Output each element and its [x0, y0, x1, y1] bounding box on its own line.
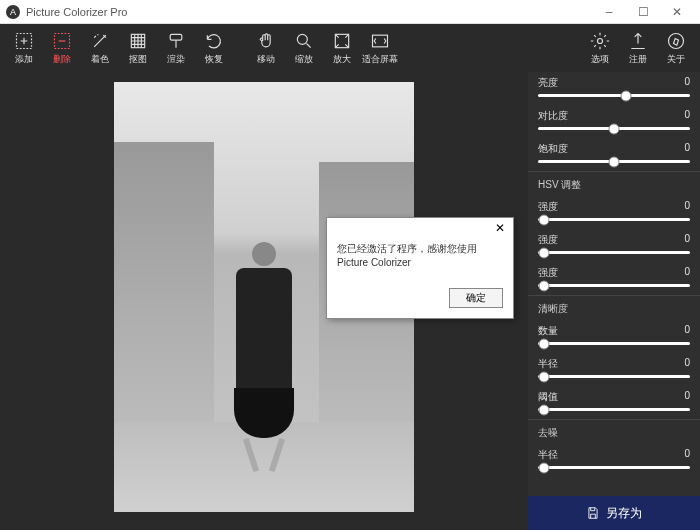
hsv-0-value: 0	[684, 200, 690, 214]
sharp-2-row: 阈值0	[528, 386, 700, 419]
tool-label: 着色	[91, 53, 109, 66]
save-label: 另存为	[606, 505, 642, 522]
slider-thumb[interactable]	[539, 462, 550, 473]
gear-icon	[589, 30, 611, 52]
tool-colorize[interactable]: 着色	[82, 28, 118, 68]
slider-thumb[interactable]	[609, 123, 620, 134]
tool-render[interactable]: 渲染	[158, 28, 194, 68]
tool-cutout[interactable]: 抠图	[120, 28, 156, 68]
basic-0-label: 亮度	[538, 76, 558, 90]
toolbar: 添加 删除 着色 抠图 渲染 恢复 移动 缩放 放大 适合屏幕 选项 注册 关于	[0, 24, 700, 72]
basic-1-label: 对比度	[538, 109, 568, 123]
sharp-0-slider[interactable]	[538, 342, 690, 345]
hsv-0-slider[interactable]	[538, 218, 690, 221]
app-icon: A	[6, 5, 20, 19]
basic-1-row: 对比度0	[528, 105, 700, 138]
tool-label: 渲染	[167, 53, 185, 66]
denoise-0-label: 半径	[538, 448, 558, 462]
tool-label: 抠图	[129, 53, 147, 66]
hsv-2-value: 0	[684, 266, 690, 280]
svg-point-7	[598, 39, 603, 44]
hsv-1-label: 强度	[538, 233, 558, 247]
activation-dialog: ✕ 您已经激活了程序，感谢您使用Picture Colorizer 确定	[326, 217, 514, 319]
roller-icon	[165, 30, 187, 52]
basic-0-slider[interactable]	[538, 94, 690, 97]
tool-register[interactable]: 注册	[620, 28, 656, 68]
tool-about[interactable]: 关于	[658, 28, 694, 68]
sharp-0-value: 0	[684, 324, 690, 338]
sharp-0-label: 数量	[538, 324, 558, 338]
compass-icon	[665, 30, 687, 52]
tool-move[interactable]: 移动	[248, 28, 284, 68]
tool-add[interactable]: 添加	[6, 28, 42, 68]
tool-label: 移动	[257, 53, 275, 66]
basic-2-value: 0	[684, 142, 690, 156]
basic-2-slider[interactable]	[538, 160, 690, 163]
tool-label: 缩放	[295, 53, 313, 66]
slider-thumb[interactable]	[539, 214, 550, 225]
sharp-1-row: 半径0	[528, 353, 700, 386]
slider-thumb[interactable]	[539, 371, 550, 382]
undo-icon	[203, 30, 225, 52]
sharp-1-label: 半径	[538, 357, 558, 371]
tool-label: 注册	[629, 53, 647, 66]
sharp-0-row: 数量0	[528, 320, 700, 353]
basic-1-slider[interactable]	[538, 127, 690, 130]
dialog-titlebar: ✕	[327, 218, 513, 238]
tool-undo[interactable]: 恢复	[196, 28, 232, 68]
tool-label: 添加	[15, 53, 33, 66]
tool-delete[interactable]: 删除	[44, 28, 80, 68]
slider-thumb[interactable]	[609, 156, 620, 167]
denoise-0-slider[interactable]	[538, 466, 690, 469]
slider-thumb[interactable]	[621, 90, 632, 101]
upload-icon	[627, 30, 649, 52]
sharp-1-value: 0	[684, 357, 690, 371]
basic-2-row: 饱和度0	[528, 138, 700, 171]
titlebar: A Picture Colorizer Pro – ☐ ✕	[0, 0, 700, 24]
tool-label: 选项	[591, 53, 609, 66]
tool-label: 放大	[333, 53, 351, 66]
minus-icon	[51, 30, 73, 52]
hsv-2-slider[interactable]	[538, 284, 690, 287]
sharp-2-slider[interactable]	[538, 408, 690, 411]
denoise-0-value: 0	[684, 448, 690, 462]
tool-label: 适合屏幕	[362, 53, 398, 66]
tool-label: 删除	[53, 53, 71, 66]
slider-thumb[interactable]	[539, 404, 550, 415]
maximize-button[interactable]: ☐	[626, 0, 660, 24]
hsv-1-slider[interactable]	[538, 251, 690, 254]
basic-0-value: 0	[684, 76, 690, 90]
minimize-button[interactable]: –	[592, 0, 626, 24]
tool-fit[interactable]: 适合屏幕	[362, 28, 398, 68]
hsv-0-label: 强度	[538, 200, 558, 214]
svg-point-8	[669, 34, 684, 49]
tool-enlarge[interactable]: 放大	[324, 28, 360, 68]
sharp-2-value: 0	[684, 390, 690, 404]
tool-label: 关于	[667, 53, 685, 66]
slider-thumb[interactable]	[539, 338, 550, 349]
hsv-2-row: 强度0	[528, 262, 700, 295]
basic-2-label: 饱和度	[538, 142, 568, 156]
expand-icon	[331, 30, 353, 52]
sharp-header: 清晰度	[528, 295, 700, 320]
hsv-0-row: 强度0	[528, 196, 700, 229]
sharp-2-label: 阈值	[538, 390, 558, 404]
hsv-header: HSV 调整	[528, 171, 700, 196]
basic-1-value: 0	[684, 109, 690, 123]
dialog-ok-button[interactable]: 确定	[449, 288, 503, 308]
sharp-1-slider[interactable]	[538, 375, 690, 378]
magnify-icon	[293, 30, 315, 52]
slider-thumb[interactable]	[539, 247, 550, 258]
slider-thumb[interactable]	[539, 280, 550, 291]
tool-settings[interactable]: 选项	[582, 28, 618, 68]
tool-zoom[interactable]: 缩放	[286, 28, 322, 68]
hsv-1-value: 0	[684, 233, 690, 247]
svg-point-4	[297, 34, 307, 44]
hsv-2-label: 强度	[538, 266, 558, 280]
plus-icon	[13, 30, 35, 52]
close-button[interactable]: ✕	[660, 0, 694, 24]
dialog-close-button[interactable]: ✕	[491, 220, 509, 236]
basic-0-row: 亮度0	[528, 72, 700, 105]
dialog-message: 您已经激活了程序，感谢您使用Picture Colorizer	[327, 238, 513, 282]
save-as-button[interactable]: 另存为	[528, 496, 700, 530]
